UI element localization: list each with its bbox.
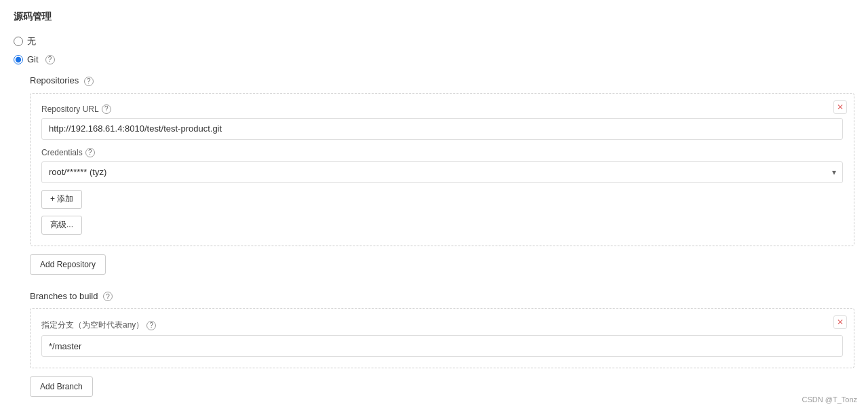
add-repository-button[interactable]: Add Repository xyxy=(30,254,106,275)
radio-none[interactable]: 无 xyxy=(14,35,854,47)
branch-field-label: 指定分支（为空时代表any） ? xyxy=(41,319,843,331)
advanced-btn-row: 高级... xyxy=(41,216,843,235)
advanced-button[interactable]: 高级... xyxy=(41,216,82,235)
credentials-help-icon[interactable]: ? xyxy=(85,148,95,157)
repo-url-help-icon[interactable]: ? xyxy=(102,104,111,114)
branch-card: ✕ 指定分支（为空时代表any） ? xyxy=(30,308,854,368)
repo-buttons-row: + 添加 xyxy=(41,190,843,209)
branch-field-help-icon[interactable]: ? xyxy=(146,321,156,330)
add-branch-button[interactable]: Add Branch xyxy=(30,376,93,397)
branches-label: Branches to build ? xyxy=(30,291,854,302)
page-title: 源码管理 xyxy=(14,11,854,23)
branches-section: Branches to build ? ✕ 指定分支（为空时代表any） ? A… xyxy=(14,291,854,397)
branches-help-icon[interactable]: ? xyxy=(103,292,113,301)
repo-url-label: Repository URL ? xyxy=(41,104,843,114)
source-control-radio-group: 无 Git ? xyxy=(14,35,854,64)
remove-branch-button[interactable]: ✕ xyxy=(833,315,847,329)
radio-none-input[interactable] xyxy=(14,37,23,46)
repo-url-input[interactable] xyxy=(41,118,843,140)
credentials-label: Credentials ? xyxy=(41,148,843,157)
add-credentials-button[interactable]: + 添加 xyxy=(41,190,82,209)
branch-input[interactable] xyxy=(41,335,843,357)
repositories-label: Repositories ? xyxy=(30,75,854,86)
git-help-icon[interactable]: ? xyxy=(45,55,55,64)
repository-card: ✕ Repository URL ? Credentials ? root/**… xyxy=(30,93,854,246)
credentials-select-wrapper: root/****** (tyz) ▾ xyxy=(41,161,843,183)
radio-none-label: 无 xyxy=(27,35,36,47)
credentials-select[interactable]: root/****** (tyz) xyxy=(41,161,843,183)
credentials-row: Credentials ? root/****** (tyz) ▾ xyxy=(41,148,843,183)
radio-git[interactable]: Git ? xyxy=(14,54,854,64)
repositories-help-icon[interactable]: ? xyxy=(84,77,94,86)
radio-git-input[interactable] xyxy=(14,55,23,64)
footer-watermark: CSDN @T_Tonz xyxy=(802,395,857,404)
remove-repository-button[interactable]: ✕ xyxy=(833,100,847,114)
radio-git-label: Git xyxy=(27,54,39,64)
